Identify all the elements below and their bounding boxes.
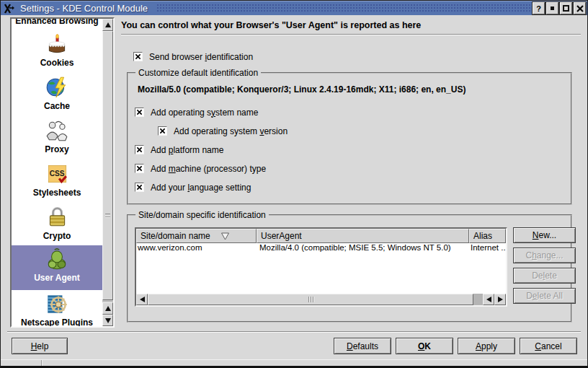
help-window-button[interactable]: ? (533, 2, 545, 14)
page-title: You can control what your Browser's "Use… (121, 20, 580, 30)
checkbox-checked-icon (135, 145, 144, 154)
header-separator (121, 34, 581, 35)
titlebar-texture (156, 4, 533, 13)
checkbox-label: Send browser identification (149, 52, 253, 62)
group-title: Customize default identification (135, 68, 261, 78)
apply-button[interactable]: Apply (458, 338, 515, 354)
site-agent-table: Site/domain name UserAgent Alias www.ver… (135, 227, 507, 307)
scroll-up-button-bottom[interactable] (102, 302, 113, 315)
arrow-right-icon (498, 297, 503, 302)
stylesheets-css-icon: CSS (45, 162, 69, 186)
column-header-useragent[interactable]: UserAgent (257, 229, 469, 243)
scrollbar-thumb[interactable] (148, 294, 473, 305)
thumb-grip (311, 297, 311, 302)
arrow-up-icon (105, 306, 111, 311)
add-platform-name-checkbox[interactable]: Add platform name (135, 144, 223, 155)
window-menu-icon[interactable] (4, 3, 15, 14)
table-row[interactable]: www.verizon.com Mozilla/4.0 (compatible;… (136, 243, 506, 255)
sidebar-item-label: Crypto (43, 231, 71, 241)
checkbox-checked-icon (135, 164, 144, 173)
sidebar-item-label: Proxy (45, 144, 68, 154)
window-title: Settings - KDE Control Module (20, 3, 148, 14)
scroll-left-button-right[interactable] (483, 294, 494, 305)
thumb-grip (105, 214, 110, 217)
checkbox-label: Add platform name (151, 145, 223, 155)
titlebar: Settings - KDE Control Module ? (1, 1, 587, 15)
sidebar-item-netscape-plugins[interactable]: Netscape Plugins (12, 290, 102, 326)
resize-handle[interactable] (41, 360, 43, 366)
checkbox-label: Add your language setting (151, 183, 251, 193)
sidebar-item-proxy[interactable]: Proxy (12, 117, 102, 160)
change-button[interactable]: Change... (513, 247, 576, 263)
new-button[interactable]: New... (513, 227, 576, 243)
footer-separator (7, 331, 581, 333)
sidebar-item-label: User Agent (34, 273, 80, 283)
crypto-lock-icon (45, 205, 69, 229)
sidebar-item-crypto[interactable]: Crypto (12, 203, 102, 247)
defaults-button[interactable]: Defaults (334, 338, 391, 354)
sidebar-item-label: Stylesheets (33, 188, 81, 198)
help-button[interactable]: Help (12, 338, 68, 354)
add-language-setting-checkbox[interactable]: Add your language setting (135, 182, 251, 193)
sidebar-item-stylesheets[interactable]: CSS Stylesheets (12, 160, 102, 203)
sidebar-item-user-agent[interactable]: User Agent (12, 245, 102, 290)
sidebar-scrollbar[interactable] (102, 19, 113, 326)
arrow-down-icon (105, 318, 111, 323)
settings-window: Settings - KDE Control Module ? Enhanced… (0, 0, 588, 368)
default-user-agent-string: Mozilla/5.0 (compatible; Konqueror/3; Li… (138, 84, 466, 95)
add-machine-type-checkbox[interactable]: Add machine (processor) type (135, 163, 266, 174)
sidebar-item-cache[interactable]: Cache (12, 74, 102, 117)
arrow-up-icon (105, 22, 111, 27)
proxy-icon (45, 118, 69, 143)
cell-alias: Internet .. (469, 243, 506, 255)
table-empty-area (136, 255, 506, 294)
maximize-button[interactable] (560, 2, 572, 14)
sidebar-item-label: Cache (44, 101, 70, 111)
module-list: Enhanced Browsing Cookies Cache (10, 17, 115, 328)
sidebar-item-cookies[interactable]: Cookies (12, 30, 102, 74)
scroll-down-button[interactable] (102, 315, 113, 326)
minimize-button[interactable] (546, 2, 558, 14)
user-agent-icon (45, 247, 69, 271)
cache-globe-icon (45, 75, 69, 100)
close-icon (576, 5, 584, 12)
column-header-site-domain[interactable]: Site/domain name (136, 229, 257, 243)
close-button[interactable] (574, 2, 586, 14)
group-title: Site/domain specific identification (135, 210, 269, 220)
checkbox-checked-icon (135, 183, 144, 192)
column-header-alias[interactable]: Alias (469, 229, 506, 243)
checkbox-label: Add operating system name (151, 108, 258, 118)
svg-text:CSS: CSS (50, 170, 65, 178)
table-horizontal-scrollbar[interactable] (136, 294, 506, 305)
customize-default-identification-group: Customize default identification Mozilla… (127, 72, 572, 205)
cell-useragent: Mozilla/4.0 (compatible; MSIE 5.5; Windo… (257, 243, 469, 255)
checkbox-checked-icon (135, 108, 144, 117)
add-os-name-checkbox[interactable]: Add operating system name (135, 107, 258, 118)
sort-indicator-icon (220, 232, 230, 240)
scrollbar-thumb[interactable] (102, 31, 113, 300)
scroll-right-button[interactable] (494, 294, 506, 305)
checkbox-checked-icon (158, 126, 167, 136)
netscape-plugins-icon (45, 292, 69, 316)
table-header-row: Site/domain name UserAgent Alias (136, 229, 506, 243)
cookies-cake-icon (45, 32, 69, 56)
arrow-left-icon (486, 297, 491, 302)
cancel-button[interactable]: Cancel (520, 338, 577, 354)
delete-all-button[interactable]: Delete All (513, 288, 576, 304)
module-list-items: Enhanced Browsing Cookies Cache (12, 19, 102, 326)
window-frame-bottom (1, 359, 587, 366)
cell-site-domain: www.verizon.com (136, 243, 257, 255)
send-browser-identification-checkbox[interactable]: Send browser identification (133, 51, 253, 62)
maximize-icon (563, 5, 569, 12)
scrollbar-track[interactable] (473, 294, 483, 305)
thumb-grip (313, 297, 313, 302)
scroll-left-button[interactable] (136, 294, 148, 305)
site-specific-identification-group: Site/domain specific identification Site… (127, 214, 572, 323)
checkbox-checked-icon (133, 52, 143, 61)
delete-button[interactable]: Delete (513, 268, 576, 284)
sidebar-item-enhanced-browsing[interactable]: Enhanced Browsing (12, 19, 102, 26)
scroll-up-button[interactable] (102, 19, 113, 31)
ok-button[interactable]: OK (396, 338, 453, 354)
sidebar-item-label: Netscape Plugins (21, 317, 93, 326)
add-os-version-checkbox[interactable]: Add operating system version (158, 126, 288, 136)
